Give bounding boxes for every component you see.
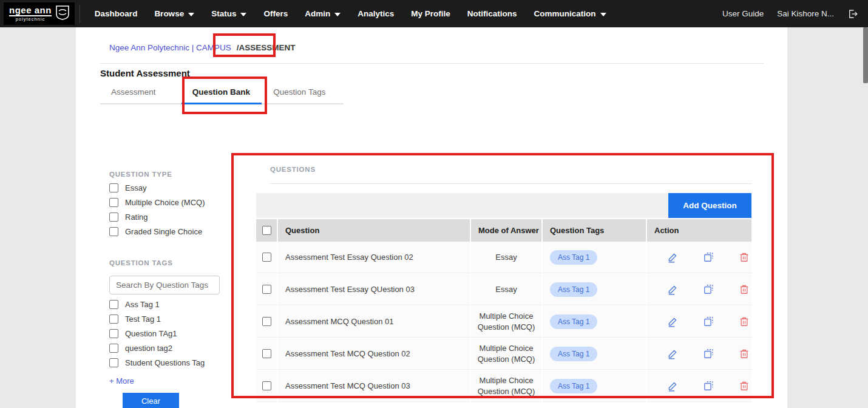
question-text: Assessment MCQ Question 01 bbox=[278, 306, 470, 338]
nav-item-notifications[interactable]: Notifications bbox=[459, 0, 526, 27]
nav-items: DashboardBrowseStatusOffersAdminAnalytic… bbox=[86, 0, 615, 27]
checkbox[interactable] bbox=[109, 183, 118, 192]
page-scrollbar[interactable] bbox=[863, 27, 868, 83]
select-all-checkbox[interactable] bbox=[262, 226, 271, 235]
question-tag-pill[interactable]: Ass Tag 1 bbox=[550, 379, 597, 393]
duplicate-question-icon[interactable] bbox=[703, 316, 714, 327]
nav-item-admin[interactable]: Admin bbox=[296, 0, 349, 27]
row-checkbox[interactable] bbox=[262, 349, 271, 358]
header-mode: Mode of Answer bbox=[471, 219, 541, 242]
checkbox[interactable] bbox=[109, 212, 118, 222]
breadcrumb-current: /ASSESSMENT bbox=[237, 43, 296, 52]
mode-of-answer: Multiple Choice Question (MCQ) bbox=[471, 338, 541, 370]
row-checkbox[interactable] bbox=[262, 317, 271, 326]
question-type-option-multiple-choice-mcq-[interactable]: Multiple Choice (MCQ) bbox=[109, 198, 234, 207]
nav-item-browse[interactable]: Browse bbox=[146, 0, 203, 27]
row-checkbox[interactable] bbox=[262, 285, 271, 294]
nav-item-my-profile[interactable]: My Profile bbox=[402, 0, 459, 27]
nav-item-offers[interactable]: Offers bbox=[255, 0, 296, 27]
question-tag-option-test-tag-1[interactable]: Test Tag 1 bbox=[109, 314, 234, 324]
checkbox[interactable] bbox=[109, 329, 118, 338]
tag-search-input[interactable] bbox=[109, 276, 220, 294]
checkbox[interactable] bbox=[109, 227, 118, 236]
question-text: Assessment Test MCQ Question 02 bbox=[278, 338, 470, 370]
question-text: Assessment Test Essay QUestion 03 bbox=[278, 274, 470, 305]
nav-item-analytics[interactable]: Analytics bbox=[349, 0, 402, 27]
nav-right-section: User Guide Sai Kishore N... bbox=[722, 8, 868, 19]
mode-of-answer: Multiple Choice Question (MCQ) bbox=[471, 306, 541, 338]
question-tag-option-question-tag1[interactable]: Question TAg1 bbox=[109, 329, 234, 338]
logo-shield-icon bbox=[56, 5, 69, 22]
table-row: Assessment Test MCQ Question 03Multiple … bbox=[256, 370, 751, 402]
mode-of-answer: Essay bbox=[471, 274, 541, 305]
question-tags-section-label: QUESTION TAGS bbox=[109, 259, 234, 267]
user-name[interactable]: Sai Kishore N... bbox=[777, 9, 834, 18]
question-tag-pill[interactable]: Ass Tag 1 bbox=[550, 282, 597, 297]
select-all-cell bbox=[256, 219, 277, 242]
top-navigation-bar: ngee ann polytechnic DashboardBrowseStat… bbox=[0, 0, 868, 27]
checkbox[interactable] bbox=[109, 300, 118, 309]
question-tag-pill[interactable]: Ass Tag 1 bbox=[550, 347, 597, 361]
delete-question-icon[interactable] bbox=[739, 284, 750, 295]
checkbox[interactable] bbox=[109, 344, 118, 353]
question-type-option-rating[interactable]: Rating bbox=[109, 212, 234, 222]
filter-sidebar: QUESTION TYPE EssayMultiple Choice (MCQ)… bbox=[109, 171, 234, 408]
question-tags-cell: Ass Tag 1 bbox=[543, 306, 646, 338]
chevron-down-icon bbox=[240, 13, 246, 16]
edit-question-icon[interactable] bbox=[667, 284, 679, 295]
checkbox[interactable] bbox=[109, 198, 118, 207]
header-question: Question bbox=[278, 219, 470, 242]
tab-assessment[interactable]: Assessment bbox=[100, 82, 181, 103]
nav-item-status[interactable]: Status bbox=[203, 0, 255, 27]
question-type-option-essay[interactable]: Essay bbox=[109, 183, 234, 192]
nav-item-communication[interactable]: Communication bbox=[526, 0, 615, 27]
delete-question-icon[interactable] bbox=[739, 316, 750, 327]
checkbox[interactable] bbox=[109, 314, 118, 324]
edit-question-icon[interactable] bbox=[667, 348, 679, 359]
breadcrumb-root-link[interactable]: Ngee Ann Polytechnic | CAMPUS bbox=[109, 43, 231, 52]
duplicate-question-icon[interactable] bbox=[703, 348, 714, 359]
question-tag-pill[interactable]: Ass Tag 1 bbox=[550, 314, 597, 329]
tab-question-bank[interactable]: Question Bank bbox=[181, 82, 263, 103]
table-row: Assessment MCQ Question 01Multiple Choic… bbox=[256, 306, 751, 338]
header-action: Action bbox=[647, 219, 751, 242]
checkbox[interactable] bbox=[109, 358, 118, 367]
questions-panel-title: QUESTIONS bbox=[270, 166, 751, 173]
delete-question-icon[interactable] bbox=[739, 380, 750, 392]
header-divider bbox=[100, 63, 764, 64]
edit-question-icon[interactable] bbox=[667, 251, 679, 263]
duplicate-question-icon[interactable] bbox=[703, 380, 714, 392]
clear-filters-button[interactable]: Clear bbox=[123, 393, 179, 408]
question-tags-cell: Ass Tag 1 bbox=[543, 338, 646, 370]
ngee-ann-logo[interactable]: ngee ann polytechnic bbox=[4, 2, 75, 25]
question-tag-option-ass-tag-1[interactable]: Ass Tag 1 bbox=[109, 300, 234, 309]
tab-question-tags[interactable]: Question Tags bbox=[262, 82, 344, 103]
question-text: Assessment Test MCQ Question 03 bbox=[278, 370, 470, 402]
question-tags-cell: Ass Tag 1 bbox=[543, 242, 646, 273]
question-tag-option-question-tag2[interactable]: question tag2 bbox=[109, 344, 234, 353]
header-tags: Question Tags bbox=[543, 219, 646, 242]
edit-question-icon[interactable] bbox=[667, 380, 679, 392]
add-question-button[interactable]: Add Question bbox=[668, 193, 751, 218]
question-type-option-graded-single-choice[interactable]: Graded Single Choice bbox=[109, 227, 234, 236]
delete-question-icon[interactable] bbox=[739, 348, 750, 359]
logo-text-secondary: polytechnic bbox=[16, 17, 46, 22]
delete-question-icon[interactable] bbox=[739, 251, 750, 263]
duplicate-question-icon[interactable] bbox=[703, 251, 714, 263]
question-tag-option-student-questions-tag[interactable]: Student Questions Tag bbox=[109, 358, 234, 367]
table-row: Assessment Test Essay Question 02EssayAs… bbox=[256, 242, 751, 273]
duplicate-question-icon[interactable] bbox=[703, 284, 714, 295]
user-guide-link[interactable]: User Guide bbox=[722, 9, 764, 18]
row-checkbox[interactable] bbox=[262, 381, 271, 390]
table-row: Assessment Test Essay QUestion 03EssayAs… bbox=[256, 274, 751, 305]
table-body: Assessment Test Essay Question 02EssayAs… bbox=[256, 242, 751, 402]
more-tags-link[interactable]: + More bbox=[109, 376, 134, 386]
logout-icon[interactable] bbox=[847, 8, 858, 19]
question-tags-cell: Ass Tag 1 bbox=[543, 274, 646, 305]
logo-text-primary: ngee ann bbox=[9, 5, 52, 16]
row-checkbox[interactable] bbox=[262, 253, 271, 262]
question-tag-pill[interactable]: Ass Tag 1 bbox=[550, 250, 597, 265]
questions-panel: QUESTIONS Add Question Question Mode of … bbox=[256, 166, 751, 402]
edit-question-icon[interactable] bbox=[667, 316, 679, 327]
nav-item-dashboard[interactable]: Dashboard bbox=[86, 0, 146, 27]
